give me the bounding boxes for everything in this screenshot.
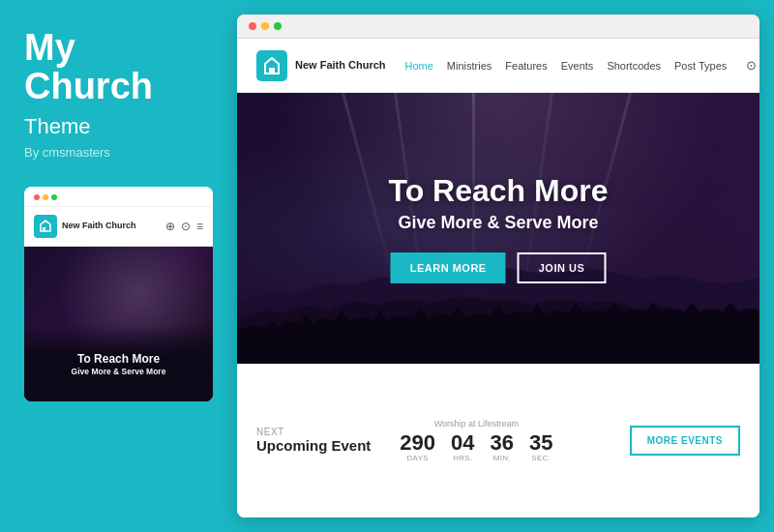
left-panel: MyChurch Theme By cmsmasters New Faith C… — [0, 0, 227, 532]
right-panel: New Faith Church Home Ministries Feature… — [227, 0, 774, 532]
nav-icons: ⊙ ⊕ — [746, 58, 759, 73]
theme-title: MyChurch — [24, 29, 203, 106]
mobile-cart-icon[interactable]: ⊕ — [165, 220, 175, 233]
days-number: 290 — [400, 432, 435, 454]
svg-rect-1 — [256, 50, 287, 81]
footer-strip: Next Upcoming Event Worship at Lifestrea… — [237, 364, 759, 517]
countdown-items: 290 DAYS 04 HRS. 36 MIN. 35 — [400, 432, 552, 462]
event-title: Upcoming Event — [256, 437, 371, 455]
secs-number: 35 — [529, 432, 552, 454]
mobile-hero-subtitle: Give More & Serve More — [34, 367, 203, 377]
theme-subtitle: Theme — [24, 114, 203, 139]
nav-events[interactable]: Events — [561, 60, 594, 72]
mobile-menu-icon[interactable]: ≡ — [196, 220, 203, 233]
mobile-dot-yellow — [43, 194, 48, 200]
hours-number: 04 — [451, 432, 474, 454]
mobile-logo-icon — [34, 215, 57, 238]
browser-dot-red — [249, 22, 256, 30]
nav-features[interactable]: Features — [505, 60, 547, 72]
browser-dot-green — [274, 22, 282, 30]
next-event-block: Next Upcoming Event — [256, 427, 371, 455]
hero-content: To Reach More Give More & Serve More LEA… — [389, 173, 609, 283]
more-events-button[interactable]: MORE EVENTS — [630, 426, 740, 456]
site-header: New Faith Church Home Ministries Feature… — [237, 39, 759, 93]
learn-more-button[interactable]: LEARN MORE — [391, 252, 506, 283]
site-hero: To Reach More Give More & Serve More LEA… — [237, 93, 759, 364]
browser-chrome — [237, 15, 759, 39]
next-label: Next — [256, 427, 371, 437]
svg-rect-0 — [34, 215, 57, 238]
worship-label: Worship at Lifestream — [400, 419, 552, 429]
site-logo-icon — [256, 50, 287, 81]
mobile-search-icon[interactable]: ⊙ — [181, 220, 191, 233]
svg-rect-2 — [269, 68, 275, 74]
mobile-logo-text: New Faith Church — [62, 221, 136, 231]
site-logo-text: New Faith Church — [295, 58, 386, 72]
countdown-area: Worship at Lifestream 290 DAYS 04 HRS. 3… — [400, 419, 552, 462]
mins-number: 36 — [491, 432, 514, 454]
secs-label: SEC. — [531, 454, 551, 462]
mobile-hero-title: To Reach More — [34, 352, 203, 366]
mobile-window-dots — [34, 194, 57, 200]
hero-subtitle: Give More & Serve More — [389, 213, 609, 233]
mobile-nav-bar: New Faith Church ⊕ ⊙ ≡ — [24, 207, 213, 247]
countdown-secs: 35 SEC. — [529, 432, 552, 462]
hours-label: HRS. — [453, 454, 472, 462]
hero-title: To Reach More — [389, 173, 609, 209]
mobile-dot-red — [34, 194, 40, 200]
theme-by: By cmsmasters — [24, 145, 203, 160]
join-us-button[interactable]: JOIN US — [518, 252, 607, 283]
nav-ministries[interactable]: Ministries — [447, 60, 491, 72]
nav-post-types[interactable]: Post Types — [674, 60, 727, 72]
mobile-logo: New Faith Church — [34, 215, 136, 238]
mobile-dot-green — [51, 194, 57, 200]
nav-home[interactable]: Home — [405, 60, 433, 72]
countdown-mins: 36 MIN. — [491, 432, 514, 462]
mobile-nav-icons: ⊕ ⊙ ≡ — [165, 220, 203, 233]
browser-dot-yellow — [261, 22, 269, 30]
nav-search-icon[interactable]: ⊙ — [746, 58, 757, 73]
countdown-days: 290 DAYS — [400, 432, 435, 462]
days-label: DAYS — [407, 454, 429, 462]
mobile-hero: To Reach More Give More & Serve More — [24, 247, 213, 401]
mobile-preview-card: New Faith Church ⊕ ⊙ ≡ To Reach More Giv… — [24, 187, 213, 401]
browser-window: New Faith Church Home Ministries Feature… — [237, 15, 759, 517]
more-events-block: MORE EVENTS — [630, 426, 740, 456]
nav-shortcodes[interactable]: Shortcodes — [607, 60, 661, 72]
site-logo: New Faith Church — [256, 50, 386, 81]
countdown-hours: 04 HRS. — [451, 432, 474, 462]
mobile-hero-text: To Reach More Give More & Serve More — [34, 352, 203, 376]
hero-buttons: LEARN MORE JOIN US — [389, 252, 609, 283]
mobile-chrome — [24, 187, 213, 207]
site-nav: Home Ministries Features Events Shortcod… — [405, 60, 728, 72]
mins-label: MIN. — [493, 454, 511, 462]
